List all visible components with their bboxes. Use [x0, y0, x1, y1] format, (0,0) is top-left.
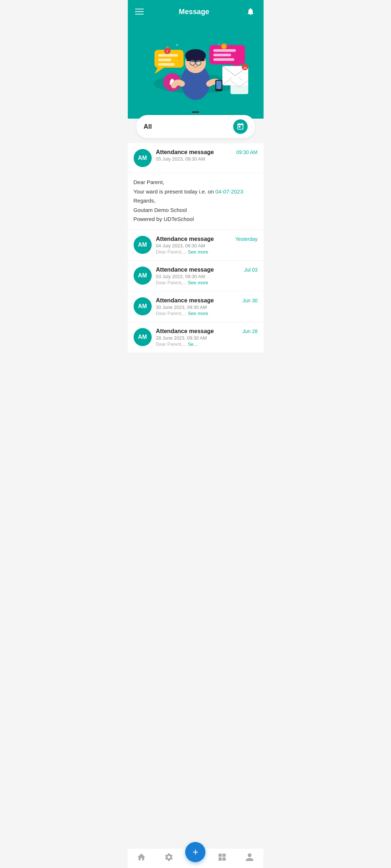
message-preview: Dear Parent,... See more — [156, 249, 258, 255]
message-item[interactable]: AM Attendance message 09:30 AM 05 July 2… — [128, 143, 264, 173]
message-title: Attendance message — [156, 236, 214, 242]
see-more-button[interactable]: See more — [188, 280, 208, 285]
svg-point-31 — [190, 60, 195, 65]
message-date: 30 June 2023, 09:30 AM — [156, 305, 258, 310]
message-time: 09:30 AM — [236, 149, 257, 155]
message-preview: Dear Parent,... See more — [156, 280, 258, 285]
message-title: Attendance message — [156, 328, 214, 335]
menu-button[interactable] — [135, 9, 144, 14]
see-more-button[interactable]: See more — [188, 249, 208, 255]
message-item[interactable]: AM Attendance message Jul 03 03 July 202… — [128, 261, 264, 292]
filter-label: All — [144, 123, 152, 131]
message-preview: Dear Parent,... Se... — [156, 341, 258, 347]
message-body: Dear Parent, Your ward is present today … — [128, 173, 264, 230]
svg-text:10: 10 — [243, 66, 247, 69]
message-item[interactable]: AM Attendance message Jun 30 30 June 202… — [128, 292, 264, 322]
message-date: 28 June 2023, 09:30 AM — [156, 335, 258, 341]
svg-point-32 — [196, 60, 201, 65]
message-preview: Dear Parent,... See more — [156, 311, 258, 316]
avatar: AM — [134, 328, 152, 346]
message-time: Jul 03 — [244, 267, 257, 273]
svg-text:1: 1 — [223, 45, 225, 48]
message-date: 03 July 2023, 09:30 AM — [156, 274, 258, 279]
avatar: AM — [134, 149, 152, 167]
svg-rect-10 — [158, 59, 171, 61]
message-item[interactable]: AM Attendance message Jun 28 28 June 202… — [128, 322, 264, 353]
avatar: AM — [134, 297, 152, 315]
svg-rect-35 — [216, 81, 221, 89]
message-info: Attendance message Yesterday 04 July 202… — [156, 236, 258, 255]
svg-marker-8 — [154, 68, 164, 74]
see-more-button[interactable]: See more — [188, 311, 208, 316]
message-time: Yesterday — [235, 236, 258, 242]
svg-rect-11 — [158, 63, 175, 65]
message-time: Jun 30 — [242, 298, 257, 303]
messages-list: AM Attendance message 09:30 AM 05 July 2… — [128, 143, 264, 353]
message-info: Attendance message Jun 30 30 June 2023, … — [156, 297, 258, 316]
calendar-button[interactable] — [233, 119, 248, 134]
message-info: Attendance message Jul 03 03 July 2023, … — [156, 267, 258, 285]
message-info: Attendance message Jun 28 28 June 2023, … — [156, 328, 258, 347]
svg-text:!: ! — [167, 49, 168, 53]
page-title: Message — [179, 8, 210, 16]
svg-rect-17 — [213, 54, 231, 56]
avatar: AM — [134, 236, 152, 254]
svg-rect-9 — [158, 54, 178, 56]
header: Message — [128, 0, 264, 119]
message-time: Jun 28 — [242, 328, 257, 334]
message-title: Attendance message — [156, 297, 214, 304]
avatar: AM — [134, 267, 152, 285]
illustration: ! 1 10 — [135, 21, 256, 111]
notification-button[interactable] — [245, 6, 256, 17]
see-more-button[interactable]: Se... — [188, 341, 198, 347]
message-title: Attendance message — [156, 267, 214, 273]
svg-rect-18 — [213, 58, 234, 61]
message-info: Attendance message 09:30 AM 05 July 2023… — [156, 149, 258, 162]
svg-point-5 — [176, 44, 178, 46]
message-date: 04 July 2023, 09:30 AM — [156, 243, 258, 248]
message-item[interactable]: AM Attendance message Yesterday 04 July … — [128, 230, 264, 261]
message-date: 05 July 2023, 09:30 AM — [156, 156, 258, 162]
svg-rect-27 — [171, 79, 173, 80]
message-title: Attendance message — [156, 149, 214, 156]
svg-rect-16 — [213, 49, 236, 52]
filter-bar: All — [136, 115, 255, 138]
